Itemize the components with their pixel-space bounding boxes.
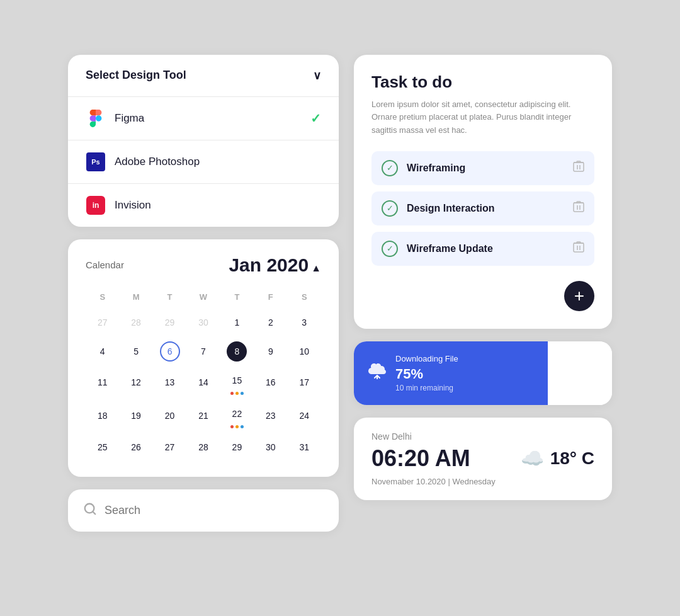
task-item-wireframing: ✓ Wireframing [371, 151, 594, 185]
calendar-day[interactable]: 1 [220, 308, 254, 337]
tool-item-photoshop[interactable]: Ps Adobe Photoshop [68, 140, 339, 184]
calendar-day[interactable]: 11 [86, 366, 119, 399]
day-circle: 30 [261, 437, 281, 457]
day-circle: 13 [160, 372, 180, 392]
day-circle: 5 [126, 341, 146, 362]
calendar-day[interactable]: 3 [288, 308, 321, 337]
calendar-day[interactable]: 25 [86, 433, 119, 462]
calendar-day[interactable]: 31 [288, 433, 321, 462]
calendar-day[interactable]: 30 [254, 433, 287, 462]
calendar-day[interactable]: 27 [86, 308, 119, 337]
calendar-day[interactable]: 29 [220, 433, 254, 462]
calendar-grid: S M T W T F S 27282930123456789101112131… [86, 288, 321, 462]
calendar-day[interactable]: 20 [153, 399, 186, 433]
day-circle: 30 [193, 312, 213, 333]
calendar-day[interactable]: 15 [220, 366, 254, 399]
calendar-label: Calendar [86, 260, 124, 270]
select-tool-label: Select Design Tool [86, 69, 186, 82]
calendar-day[interactable]: 26 [119, 433, 152, 462]
tool-item-figma[interactable]: Figma ✓ [68, 97, 339, 140]
event-dot [230, 425, 234, 428]
weather-city: New Delhi [371, 431, 594, 442]
cal-header-sat: S [288, 288, 321, 308]
task-item-name: Design Interaction [407, 203, 564, 214]
calendar-day[interactable]: 12 [119, 366, 152, 399]
download-rest [548, 341, 613, 405]
download-card: Downloading File 75% 10 min remaining [354, 341, 612, 405]
calendar-day[interactable]: 29 [153, 308, 186, 337]
tool-item-invision[interactable]: in Invision [68, 184, 339, 227]
download-progress-bar: Downloading File 75% 10 min remaining [354, 341, 548, 405]
task-title: Task to do [371, 72, 594, 92]
cal-header-sun: S [86, 288, 119, 308]
calendar-day[interactable]: 4 [86, 337, 119, 366]
day-circle: 11 [93, 372, 113, 392]
weather-row: 06:20 AM ☁️ 18° C [371, 445, 594, 472]
day-circle: 28 [193, 437, 213, 457]
search-icon [83, 502, 97, 519]
event-dot [241, 425, 244, 428]
svg-rect-2 [574, 163, 584, 171]
add-task-button[interactable]: + [564, 281, 594, 311]
task-delete-icon[interactable] [573, 200, 584, 216]
calendar-day[interactable]: 8 [220, 337, 254, 366]
calendar-day[interactable]: 16 [254, 366, 287, 399]
weather-temp: 18° C [550, 448, 594, 469]
download-percent: 75% [395, 366, 458, 382]
cloud-download-icon [368, 363, 387, 383]
day-circle: 6 [160, 341, 180, 362]
calendar-day[interactable]: 30 [186, 308, 220, 337]
task-list: ✓ Wireframing ✓ Desi [371, 151, 594, 266]
main-layout: Select Design Tool ∨ Figma ✓ [43, 30, 637, 587]
task-item-design-interaction: ✓ Design Interaction [371, 191, 594, 225]
svg-rect-6 [574, 203, 584, 212]
calendar-day[interactable]: 17 [288, 366, 321, 399]
calendar-day[interactable]: 28 [119, 308, 152, 337]
select-tool-header[interactable]: Select Design Tool ∨ [68, 55, 339, 97]
calendar-day[interactable]: 10 [288, 337, 321, 366]
svg-rect-10 [574, 243, 584, 252]
calendar-day[interactable]: 5 [119, 337, 152, 366]
day-circle: 15 [227, 370, 247, 391]
calendar-day[interactable]: 14 [186, 366, 220, 399]
calendar-day[interactable]: 13 [153, 366, 186, 399]
day-circle: 9 [261, 341, 281, 362]
search-input[interactable] [105, 504, 324, 517]
task-description: Lorem ipsum dolor sit amet, consectetur … [371, 98, 594, 137]
calendar-day[interactable]: 28 [186, 433, 220, 462]
calendar-day[interactable]: 6 [153, 337, 186, 366]
task-delete-icon[interactable] [573, 241, 584, 256]
calendar-day[interactable]: 24 [288, 399, 321, 433]
day-circle: 16 [261, 372, 281, 392]
photoshop-icon: Ps [86, 152, 106, 172]
day-circle: 29 [227, 437, 247, 457]
invision-label: Invision [115, 199, 321, 212]
task-delete-icon[interactable] [573, 160, 584, 176]
calendar-day[interactable]: 19 [119, 399, 152, 433]
calendar-card: Calendar Jan 2020▲ S M T W T F S 2728293… [68, 239, 339, 477]
calendar-day[interactable]: 9 [254, 337, 287, 366]
event-dot [235, 392, 239, 395]
chevron-down-icon: ∨ [313, 69, 321, 83]
download-remaining: 10 min remaining [395, 384, 458, 392]
calendar-day[interactable]: 2 [254, 308, 287, 337]
task-check-icon: ✓ [382, 200, 398, 217]
weather-time: 06:20 AM [371, 445, 470, 472]
cal-header-wed: W [186, 288, 220, 308]
weather-card: New Delhi 06:20 AM ☁️ 18° C Novemaber 10… [354, 418, 612, 500]
calendar-day[interactable]: 21 [186, 399, 220, 433]
task-check-icon: ✓ [382, 241, 398, 257]
weather-cloud-icon: ☁️ [521, 447, 544, 469]
day-circle: 20 [160, 406, 180, 426]
check-icon-figma: ✓ [310, 111, 321, 126]
calendar-day[interactable]: 27 [153, 433, 186, 462]
download-text: Downloading File 75% 10 min remaining [395, 354, 458, 392]
task-item-wireframe-update: ✓ Wireframe Update [371, 232, 594, 266]
calendar-header: Calendar Jan 2020▲ [86, 254, 321, 276]
day-circle: 27 [160, 437, 180, 457]
calendar-day[interactable]: 22 [220, 399, 254, 433]
calendar-day[interactable]: 18 [86, 399, 119, 433]
calendar-day[interactable]: 7 [186, 337, 220, 366]
event-dot [235, 425, 239, 428]
calendar-day[interactable]: 23 [254, 399, 287, 433]
